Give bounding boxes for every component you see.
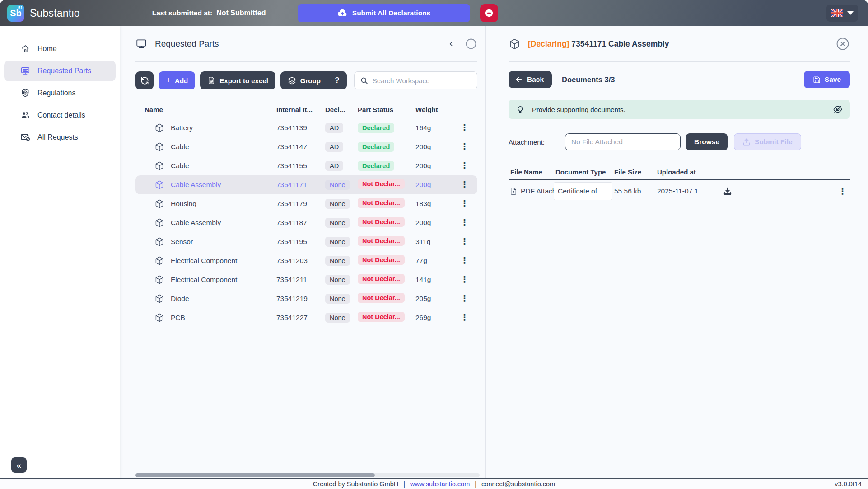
document-menu-button[interactable]: ⋮ <box>838 187 847 196</box>
part-name: Cable Assembly <box>171 219 221 227</box>
part-weight: 311g <box>415 238 450 246</box>
sidebar-item-requested-parts[interactable]: Requested Parts <box>4 61 116 81</box>
horizontal-scrollbar[interactable] <box>135 473 480 477</box>
part-weight: 141g <box>415 276 450 284</box>
sidebar-collapse-button[interactable]: « <box>11 457 27 473</box>
column-header-decl: Decl... <box>325 106 358 113</box>
part-weight: 205g <box>415 295 450 303</box>
home-icon <box>20 44 30 54</box>
document-row: PDF Attachmen Certificate of ... 55.56 k… <box>509 180 850 202</box>
mail-check-icon <box>20 132 30 142</box>
row-menu-button[interactable]: ⋮ <box>460 313 469 322</box>
table-row[interactable]: PCB 73541227 None Not Declar... 269g ⋮ <box>135 308 477 327</box>
eye-off-icon[interactable] <box>833 104 843 114</box>
status-badge: Not Declar... <box>358 293 405 303</box>
table-row[interactable]: Cable 73541147 AD Declared 200g ⋮ <box>135 137 477 156</box>
decl-badge: None <box>325 256 350 266</box>
arrow-left-icon <box>515 75 523 84</box>
status-badge: Not Declar... <box>358 217 405 227</box>
row-menu-button[interactable]: ⋮ <box>460 294 469 303</box>
upload-icon <box>742 138 751 146</box>
help-button[interactable]: ? <box>327 71 347 89</box>
row-menu-button[interactable]: ⋮ <box>460 256 469 265</box>
column-header-file-name: File Name <box>509 168 554 176</box>
table-row[interactable]: Sensor 73541195 None Not Declar... 311g … <box>135 232 477 251</box>
back-button[interactable]: Back <box>509 71 552 88</box>
table-row[interactable]: Housing 73541179 None Not Declar... 183g… <box>135 194 477 213</box>
cube-icon <box>154 313 164 323</box>
column-header-status: Part Status <box>358 106 415 113</box>
row-menu-button[interactable]: ⋮ <box>460 142 469 151</box>
search-input[interactable] <box>373 77 471 85</box>
footer-website-link[interactable]: www.substantio.com <box>410 480 470 488</box>
add-button[interactable]: + Add <box>159 71 195 89</box>
scrollbar-thumb[interactable] <box>135 473 375 477</box>
attachment-input[interactable] <box>565 133 681 150</box>
footer: Created by Substantio GmbH | www.substan… <box>0 478 868 489</box>
close-icon[interactable] <box>835 37 850 51</box>
info-icon[interactable] <box>465 38 477 50</box>
table-row[interactable]: Diode 73541219 None Not Declar... 205g ⋮ <box>135 289 477 308</box>
row-menu-button[interactable]: ⋮ <box>460 237 469 246</box>
sidebar-item-label: Regulations <box>37 89 76 97</box>
browse-button[interactable]: Browse <box>686 133 728 150</box>
part-id: 73541139 <box>276 124 325 132</box>
brand-logo: Sb 51 <box>7 5 24 22</box>
export-excel-button[interactable]: Export to excel <box>200 71 275 89</box>
excel-file-icon <box>207 76 215 85</box>
document-file-size: 55.56 kb <box>612 187 655 195</box>
submit-all-declarations-button[interactable]: Submit All Declarations <box>298 4 470 22</box>
chevron-down-icon <box>847 11 854 15</box>
part-id: 73541211 <box>276 276 325 284</box>
decl-badge: None <box>325 294 350 304</box>
panel-title: Requested Parts <box>155 39 219 49</box>
submit-file-label: Submit File <box>755 138 793 146</box>
cube-icon <box>154 256 164 266</box>
part-name: Electrical Component <box>171 257 237 265</box>
column-header-document-type: Document Type <box>554 168 612 176</box>
part-name: Cable <box>171 162 189 170</box>
table-row[interactable]: Battery 73541139 AD Declared 164g ⋮ <box>135 118 477 137</box>
footer-separator: | <box>475 480 476 488</box>
row-menu-button[interactable]: ⋮ <box>460 218 469 227</box>
status-badge: Declared <box>358 142 394 152</box>
column-header-internal: Internal It... <box>276 106 325 113</box>
sidebar-item-regulations[interactable]: Regulations <box>4 83 116 103</box>
language-selector[interactable] <box>826 5 858 22</box>
stop-submission-button[interactable] <box>480 4 498 22</box>
table-row[interactable]: Cable 73541155 AD Declared 200g ⋮ <box>135 156 477 175</box>
sidebar-item-home[interactable]: Home <box>4 38 116 59</box>
part-weight: 183g <box>415 200 450 208</box>
parts-table-header: Name Internal It... Decl... Part Status … <box>135 101 477 118</box>
row-menu-button[interactable]: ⋮ <box>460 199 469 208</box>
submit-file-button[interactable]: Submit File <box>734 133 801 150</box>
row-menu-button[interactable]: ⋮ <box>460 275 469 284</box>
last-submitted-value: Not Submitted <box>216 9 266 17</box>
table-row[interactable]: Cable Assembly 73541187 None Not Declar.… <box>135 213 477 232</box>
cube-icon <box>154 237 164 247</box>
row-menu-button[interactable]: ⋮ <box>460 123 469 132</box>
main-content: Home Requested Parts Regulations Contact… <box>0 26 868 478</box>
parts-toolbar: + Add Export to excel Group <box>135 71 477 89</box>
decl-badge: None <box>325 237 350 247</box>
row-menu-button[interactable]: ⋮ <box>460 180 469 189</box>
column-header-weight: Weight <box>415 106 450 113</box>
shield-check-icon <box>20 88 30 98</box>
document-type-select[interactable]: Certificate of ... <box>554 182 612 200</box>
group-button[interactable]: Group <box>280 71 327 89</box>
chevron-left-icon[interactable] <box>448 40 455 47</box>
table-row-selected[interactable]: Cable Assembly 73541171 None Not Declar.… <box>135 175 477 194</box>
table-row[interactable]: Electrical Component 73541203 None Not D… <box>135 251 477 270</box>
brand: Sb 51 Substantio <box>7 5 80 22</box>
table-row[interactable]: Electrical Component 73541211 None Not D… <box>135 270 477 289</box>
part-weight: 269g <box>415 314 450 322</box>
status-badge: Not Declar... <box>358 198 405 208</box>
refresh-button[interactable] <box>135 71 154 89</box>
footer-email: connect@substantio.com <box>481 480 555 488</box>
row-menu-button[interactable]: ⋮ <box>460 161 469 170</box>
sidebar-item-all-requests[interactable]: All Requests <box>4 127 116 148</box>
sidebar-item-contact-details[interactable]: Contact details <box>4 105 116 126</box>
download-icon[interactable] <box>715 186 740 196</box>
minus-circle-icon <box>484 8 494 18</box>
save-button[interactable]: Save <box>804 71 850 88</box>
